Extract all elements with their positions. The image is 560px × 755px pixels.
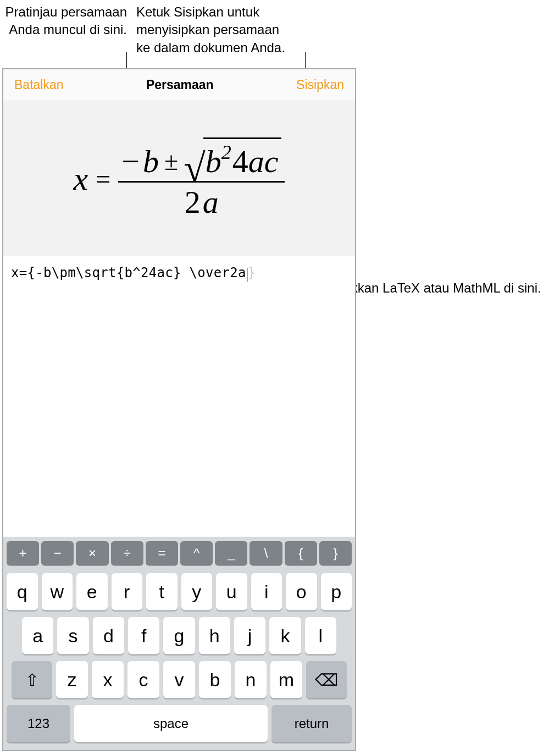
key-underscore[interactable]: _ (215, 541, 247, 565)
text-cursor-icon (247, 268, 248, 282)
key-j[interactable]: j (234, 617, 265, 654)
input-text: x={-b\pm\sqrt{b^24ac} \over2a (11, 265, 246, 280)
key-f[interactable]: f (128, 617, 159, 654)
key-w[interactable]: w (42, 573, 73, 610)
eq-rad-4: 4 (232, 146, 248, 178)
key-o[interactable]: o (286, 573, 317, 610)
key-v[interactable]: v (163, 661, 195, 698)
key-g[interactable]: g (163, 617, 195, 654)
numbers-key[interactable]: 123 (7, 705, 70, 742)
key-e[interactable]: e (76, 573, 108, 610)
eq-pm: ± (164, 149, 178, 174)
key-plus[interactable]: + (7, 541, 39, 565)
eq-equals: = (96, 164, 110, 194)
letter-row-3: ⇧ z x c v b n m ⌫ (3, 658, 355, 702)
backspace-key[interactable]: ⌫ (306, 661, 347, 698)
key-m[interactable]: m (270, 661, 302, 698)
key-a[interactable]: a (22, 617, 53, 654)
cancel-button[interactable]: Batalkan (14, 78, 64, 92)
key-b[interactable]: b (199, 661, 231, 698)
page-title: Persamaan (146, 78, 214, 92)
eq-rad-b: b (206, 146, 221, 178)
key-brace-open[interactable]: { (285, 541, 317, 565)
eq-lhs: x (74, 160, 88, 198)
key-r[interactable]: r (112, 573, 143, 610)
eq-sqrt: √ b 2 4 a c (184, 137, 281, 178)
key-z[interactable]: z (56, 661, 88, 698)
key-p[interactable]: p (321, 573, 352, 610)
phone-frame: Batalkan Persamaan Sisipkan x = − b ± √ … (2, 68, 356, 751)
key-s[interactable]: s (57, 617, 88, 654)
eq-rad-a: a (248, 146, 264, 178)
key-d[interactable]: d (93, 617, 124, 654)
radical-icon: √ (184, 157, 206, 180)
keyboard: + − × ÷ = ^ _ \ { } q w e r t y u i o p … (3, 537, 355, 750)
equation-preview: x = − b ± √ b 2 4 a c (3, 101, 355, 256)
key-brace-close[interactable]: } (319, 541, 352, 565)
key-times[interactable]: × (76, 541, 108, 565)
letter-row-2: a s d f g h j k l (3, 614, 355, 658)
key-equals[interactable]: = (146, 541, 178, 565)
key-x[interactable]: x (92, 661, 124, 698)
key-h[interactable]: h (199, 617, 230, 654)
navbar: Batalkan Persamaan Sisipkan (3, 69, 355, 101)
key-k[interactable]: k (269, 617, 301, 654)
key-backslash[interactable]: \ (249, 541, 282, 565)
key-u[interactable]: u (216, 573, 247, 610)
backspace-icon: ⌫ (315, 670, 338, 690)
ghost-brace: } (248, 265, 256, 280)
bottom-row: 123 space return (3, 702, 355, 746)
return-key[interactable]: return (271, 705, 352, 742)
symbol-row: + − × ÷ = ^ _ \ { } (3, 537, 355, 570)
eq-fraction: − b ± √ b 2 4 a c 2a (118, 137, 285, 221)
letter-row-1: q w e r t y u i o p (3, 570, 355, 614)
latex-input[interactable]: x={-b\pm\sqrt{b^24ac} \over2a} (3, 256, 355, 471)
shift-key[interactable]: ⇧ (12, 661, 52, 698)
key-y[interactable]: y (181, 573, 213, 610)
key-c[interactable]: c (127, 661, 159, 698)
key-n[interactable]: n (235, 661, 267, 698)
insert-button[interactable]: Sisipkan (296, 78, 344, 92)
key-divide[interactable]: ÷ (111, 541, 143, 565)
eq-rad-exp: 2 (221, 142, 231, 162)
shift-icon: ⇧ (25, 670, 39, 690)
key-caret[interactable]: ^ (180, 541, 213, 565)
space-key[interactable]: space (74, 705, 268, 742)
callout-preview: Pratinjau persamaan Anda muncul di sini. (0, 3, 127, 39)
eq-minus: − (121, 146, 140, 178)
key-minus[interactable]: − (41, 541, 74, 565)
key-i[interactable]: i (251, 573, 282, 610)
key-t[interactable]: t (146, 573, 178, 610)
eq-rad-c: c (264, 146, 279, 178)
callout-insert: Ketuk Sisipkan untuk menyisipkan persama… (136, 3, 296, 57)
key-l[interactable]: l (305, 617, 336, 654)
eq-b: b (143, 146, 159, 178)
key-q[interactable]: q (7, 573, 38, 610)
